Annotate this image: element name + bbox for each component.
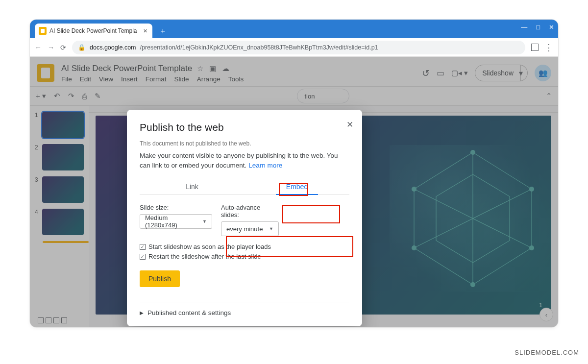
chrome-tab-strip: AI Slide Deck PowerPoint Templa ✕ + — □ … <box>30 20 558 38</box>
learn-more-link[interactable]: Learn more <box>248 162 282 169</box>
minimize-icon[interactable]: — <box>521 24 527 31</box>
checkbox-restart-label: Restart the slideshow after the last sli… <box>148 253 261 260</box>
auto-advance-label: Auto-advance slides: <box>221 204 279 218</box>
dialog-description: Make your content visible to anyone by p… <box>140 151 349 170</box>
new-tab-button[interactable]: + <box>156 24 170 38</box>
published-content-label: Published content & settings <box>147 309 231 316</box>
published-content-toggle[interactable]: ▶ Published content & settings <box>140 309 349 316</box>
nav-back-icon[interactable]: ← <box>35 44 42 51</box>
publish-dialog: ✕ Publish to the web This document is no… <box>127 110 362 326</box>
tab-embed[interactable]: Embed <box>245 179 349 194</box>
dialog-description-text: Make your content visible to anyone by p… <box>140 152 338 169</box>
chevron-down-icon: ▼ <box>202 219 207 224</box>
slide-size-label: Slide size: <box>140 204 212 211</box>
google-slides-app: AI Slide Deck PowerPoint Template ☆ ▣ ☁ … <box>30 57 558 328</box>
publish-status: This document is not published to the we… <box>140 140 349 147</box>
dialog-close-icon[interactable]: ✕ <box>346 120 353 130</box>
nav-reload-icon[interactable]: ⟳ <box>60 44 66 51</box>
lock-icon: 🔒 <box>78 44 86 51</box>
slide-size-select[interactable]: Medium (1280x749) ▼ <box>140 214 212 229</box>
slides-favicon-icon <box>39 27 47 35</box>
nav-forward-icon[interactable]: → <box>48 44 54 51</box>
slide-size-value: Medium (1280x749) <box>145 214 198 229</box>
checkbox-restart[interactable]: ✓ <box>140 254 146 260</box>
url-host: docs.google.com <box>90 44 136 51</box>
url-field[interactable]: 🔒 docs.google.com /presentation/d/1ejGbk… <box>72 41 525 54</box>
maximize-icon[interactable]: □ <box>536 24 540 31</box>
watermark: SLIDEMODEL.COM <box>514 349 579 356</box>
checkbox-start-slideshow[interactable]: ✓ <box>140 244 146 250</box>
tab-close-icon[interactable]: ✕ <box>143 28 147 34</box>
url-path: /presentation/d/1ejGbkinJKpkZUOEnx_dnoab… <box>140 44 378 51</box>
chevron-down-icon: ▼ <box>269 226 273 231</box>
auto-advance-select[interactable]: every minute ▼ <box>221 221 279 236</box>
browser-window: AI Slide Deck PowerPoint Templa ✕ + — □ … <box>29 19 559 328</box>
address-bar-row: ← → ⟳ 🔒 docs.google.com /presentation/d/… <box>30 38 558 57</box>
checkbox-start-slideshow-row[interactable]: ✓ Start slideshow as soon as the player … <box>140 243 349 250</box>
checkbox-restart-row[interactable]: ✓ Restart the slideshow after the last s… <box>140 253 349 260</box>
chrome-menu-icon[interactable]: ⋮ <box>544 42 553 53</box>
dialog-title: Publish to the web <box>140 121 349 133</box>
extensions-icon[interactable] <box>531 44 539 51</box>
browser-tab[interactable]: AI Slide Deck PowerPoint Templa ✕ <box>35 24 152 38</box>
tab-link[interactable]: Link <box>140 179 245 194</box>
publish-button-label: Publish <box>148 275 171 283</box>
auto-advance-value: every minute <box>226 225 263 233</box>
tab-title: AI Slide Deck PowerPoint Templa <box>49 27 137 34</box>
close-window-icon[interactable]: ✕ <box>549 24 554 31</box>
chevron-right-icon: ▶ <box>140 310 144 315</box>
checkbox-start-label: Start slideshow as soon as the player lo… <box>148 243 271 250</box>
dialog-divider <box>140 302 349 302</box>
dialog-tabs: Link Embed <box>140 179 349 195</box>
publish-button[interactable]: Publish <box>140 270 180 287</box>
window-controls: — □ ✕ <box>521 24 554 31</box>
